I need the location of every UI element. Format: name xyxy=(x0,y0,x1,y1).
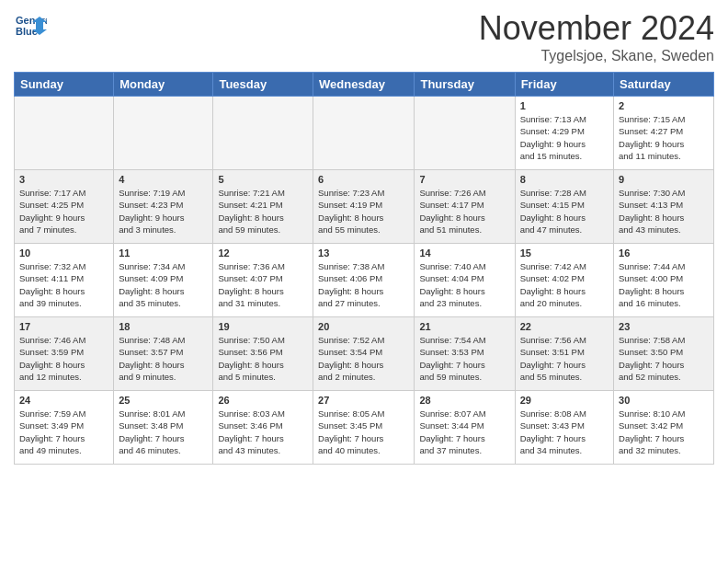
day-number: 6 xyxy=(318,174,409,185)
calendar-day: 1Sunrise: 7:13 AM Sunset: 4:29 PM Daylig… xyxy=(515,97,613,170)
day-info: Sunrise: 7:58 AM Sunset: 3:50 PM Dayligh… xyxy=(619,334,709,383)
day-info: Sunrise: 7:59 AM Sunset: 3:49 PM Dayligh… xyxy=(19,408,108,456)
calendar-day: 17Sunrise: 7:46 AM Sunset: 3:59 PM Dayli… xyxy=(15,317,114,391)
calendar-day: 6Sunrise: 7:23 AM Sunset: 4:19 PM Daylig… xyxy=(313,170,415,244)
header: General Blue November 2024 Tygelsjoe, Sk… xyxy=(14,9,714,64)
day-number: 5 xyxy=(218,174,308,185)
calendar-day: 4Sunrise: 7:19 AM Sunset: 4:23 PM Daylig… xyxy=(114,170,213,244)
calendar-day: 30Sunrise: 8:10 AM Sunset: 3:42 PM Dayli… xyxy=(614,391,714,465)
calendar-day: 24Sunrise: 7:59 AM Sunset: 3:49 PM Dayli… xyxy=(15,391,114,465)
day-info: Sunrise: 7:19 AM Sunset: 4:23 PM Dayligh… xyxy=(119,187,208,236)
svg-text:Blue: Blue xyxy=(16,26,38,37)
day-number: 7 xyxy=(419,174,509,185)
day-number: 25 xyxy=(119,395,208,406)
calendar-day: 21Sunrise: 7:54 AM Sunset: 3:53 PM Dayli… xyxy=(415,317,515,391)
day-info: Sunrise: 8:01 AM Sunset: 3:48 PM Dayligh… xyxy=(119,408,208,456)
day-info: Sunrise: 7:30 AM Sunset: 4:13 PM Dayligh… xyxy=(619,187,709,236)
calendar-week-4: 24Sunrise: 7:59 AM Sunset: 3:49 PM Dayli… xyxy=(15,391,714,465)
col-wednesday: Wednesday xyxy=(313,73,415,97)
day-info: Sunrise: 7:15 AM Sunset: 4:27 PM Dayligh… xyxy=(619,113,709,162)
day-info: Sunrise: 7:38 AM Sunset: 4:06 PM Dayligh… xyxy=(318,260,409,309)
calendar-day: 13Sunrise: 7:38 AM Sunset: 4:06 PM Dayli… xyxy=(313,244,415,317)
calendar-day: 19Sunrise: 7:50 AM Sunset: 3:56 PM Dayli… xyxy=(213,317,313,391)
day-info: Sunrise: 8:08 AM Sunset: 3:43 PM Dayligh… xyxy=(520,408,609,456)
calendar-day: 20Sunrise: 7:52 AM Sunset: 3:54 PM Dayli… xyxy=(313,317,415,391)
calendar-day: 12Sunrise: 7:36 AM Sunset: 4:07 PM Dayli… xyxy=(213,244,313,317)
day-info: Sunrise: 8:05 AM Sunset: 3:45 PM Dayligh… xyxy=(318,408,409,456)
day-number: 23 xyxy=(619,321,709,332)
day-info: Sunrise: 7:54 AM Sunset: 3:53 PM Dayligh… xyxy=(419,334,509,383)
col-friday: Friday xyxy=(515,73,613,97)
day-number: 4 xyxy=(119,174,208,185)
day-number: 10 xyxy=(19,247,108,259)
col-monday: Monday xyxy=(114,73,213,97)
calendar-day: 8Sunrise: 7:28 AM Sunset: 4:15 PM Daylig… xyxy=(515,170,613,244)
calendar-day: 3Sunrise: 7:17 AM Sunset: 4:25 PM Daylig… xyxy=(15,170,114,244)
month-title: November 2024 xyxy=(479,9,714,48)
calendar-day: 16Sunrise: 7:44 AM Sunset: 4:00 PM Dayli… xyxy=(614,244,714,317)
day-number: 15 xyxy=(520,247,609,259)
calendar-week-1: 3Sunrise: 7:17 AM Sunset: 4:25 PM Daylig… xyxy=(15,170,714,244)
col-sunday: Sunday xyxy=(15,73,114,97)
day-number: 2 xyxy=(619,100,709,111)
calendar-day: 10Sunrise: 7:32 AM Sunset: 4:11 PM Dayli… xyxy=(15,244,114,317)
calendar-day: 9Sunrise: 7:30 AM Sunset: 4:13 PM Daylig… xyxy=(614,170,714,244)
day-info: Sunrise: 7:21 AM Sunset: 4:21 PM Dayligh… xyxy=(218,187,308,236)
day-info: Sunrise: 7:42 AM Sunset: 4:02 PM Dayligh… xyxy=(520,260,609,309)
calendar-day: 2Sunrise: 7:15 AM Sunset: 4:27 PM Daylig… xyxy=(614,97,714,170)
day-number: 24 xyxy=(19,395,108,406)
calendar-day: 22Sunrise: 7:56 AM Sunset: 3:51 PM Dayli… xyxy=(515,317,613,391)
day-info: Sunrise: 8:07 AM Sunset: 3:44 PM Dayligh… xyxy=(419,408,509,456)
day-info: Sunrise: 7:23 AM Sunset: 4:19 PM Dayligh… xyxy=(318,187,409,236)
day-info: Sunrise: 7:32 AM Sunset: 4:11 PM Dayligh… xyxy=(19,260,108,309)
calendar-table: Sunday Monday Tuesday Wednesday Thursday… xyxy=(14,72,714,465)
calendar-day: 11Sunrise: 7:34 AM Sunset: 4:09 PM Dayli… xyxy=(114,244,213,317)
day-info: Sunrise: 7:44 AM Sunset: 4:00 PM Dayligh… xyxy=(619,260,709,309)
day-number: 8 xyxy=(520,174,609,185)
calendar-day xyxy=(313,97,415,170)
day-info: Sunrise: 7:48 AM Sunset: 3:57 PM Dayligh… xyxy=(119,334,208,383)
calendar-day xyxy=(415,97,515,170)
day-number: 29 xyxy=(520,395,609,406)
calendar-week-3: 17Sunrise: 7:46 AM Sunset: 3:59 PM Dayli… xyxy=(15,317,714,391)
calendar-day: 28Sunrise: 8:07 AM Sunset: 3:44 PM Dayli… xyxy=(415,391,515,465)
calendar-day xyxy=(15,97,114,170)
day-info: Sunrise: 7:50 AM Sunset: 3:56 PM Dayligh… xyxy=(218,334,308,383)
day-number: 26 xyxy=(218,395,308,406)
page-container: General Blue November 2024 Tygelsjoe, Sk… xyxy=(0,0,728,474)
day-info: Sunrise: 7:28 AM Sunset: 4:15 PM Dayligh… xyxy=(520,187,609,236)
day-number: 30 xyxy=(619,395,709,406)
day-number: 1 xyxy=(520,100,609,111)
day-number: 14 xyxy=(419,247,509,259)
day-info: Sunrise: 7:46 AM Sunset: 3:59 PM Dayligh… xyxy=(19,334,108,383)
col-thursday: Thursday xyxy=(415,73,515,97)
calendar-day: 15Sunrise: 7:42 AM Sunset: 4:02 PM Dayli… xyxy=(515,244,613,317)
day-number: 17 xyxy=(19,321,108,332)
day-info: Sunrise: 7:26 AM Sunset: 4:17 PM Dayligh… xyxy=(419,187,509,236)
day-number: 9 xyxy=(619,174,709,185)
day-info: Sunrise: 7:56 AM Sunset: 3:51 PM Dayligh… xyxy=(520,334,609,383)
calendar-day: 29Sunrise: 8:08 AM Sunset: 3:43 PM Dayli… xyxy=(515,391,613,465)
col-saturday: Saturday xyxy=(614,73,714,97)
calendar-day: 18Sunrise: 7:48 AM Sunset: 3:57 PM Dayli… xyxy=(114,317,213,391)
title-section: November 2024 Tygelsjoe, Skane, Sweden xyxy=(479,9,714,64)
day-number: 19 xyxy=(218,321,308,332)
day-number: 11 xyxy=(119,247,208,259)
calendar-day: 7Sunrise: 7:26 AM Sunset: 4:17 PM Daylig… xyxy=(415,170,515,244)
day-info: Sunrise: 8:03 AM Sunset: 3:46 PM Dayligh… xyxy=(218,408,308,456)
day-info: Sunrise: 7:52 AM Sunset: 3:54 PM Dayligh… xyxy=(318,334,409,383)
location: Tygelsjoe, Skane, Sweden xyxy=(479,48,714,64)
calendar-day: 14Sunrise: 7:40 AM Sunset: 4:04 PM Dayli… xyxy=(415,244,515,317)
calendar-week-0: 1Sunrise: 7:13 AM Sunset: 4:29 PM Daylig… xyxy=(15,97,714,170)
day-info: Sunrise: 7:36 AM Sunset: 4:07 PM Dayligh… xyxy=(218,260,308,309)
calendar-day: 23Sunrise: 7:58 AM Sunset: 3:50 PM Dayli… xyxy=(614,317,714,391)
day-number: 3 xyxy=(19,174,108,185)
day-number: 22 xyxy=(520,321,609,332)
calendar-day: 25Sunrise: 8:01 AM Sunset: 3:48 PM Dayli… xyxy=(114,391,213,465)
day-number: 16 xyxy=(619,247,709,259)
col-tuesday: Tuesday xyxy=(213,73,313,97)
day-number: 28 xyxy=(419,395,509,406)
calendar-body: 1Sunrise: 7:13 AM Sunset: 4:29 PM Daylig… xyxy=(15,97,714,465)
logo-icon: General Blue xyxy=(14,9,47,42)
calendar-header-row: Sunday Monday Tuesday Wednesday Thursday… xyxy=(15,73,714,97)
